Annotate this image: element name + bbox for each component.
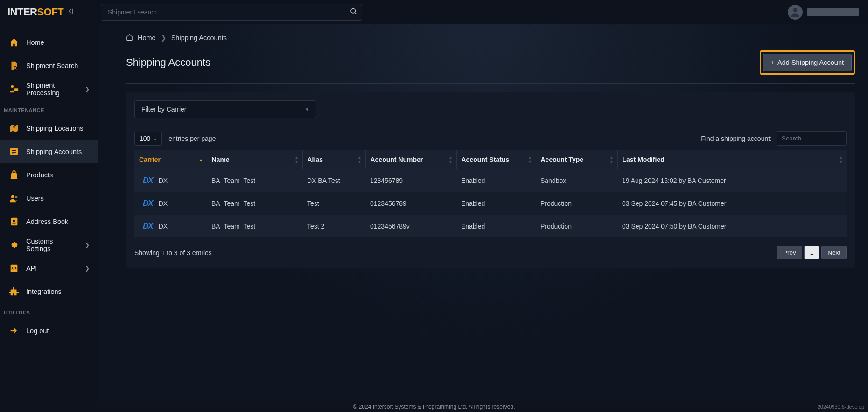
address-book-icon (8, 216, 20, 227)
cell-type: Sandbox (536, 169, 617, 192)
breadcrumb-home[interactable]: Home (138, 34, 156, 42)
col-account-type[interactable]: Account Type ▲▼ (536, 150, 617, 169)
sort-icon: ▲▼ (839, 155, 843, 164)
main-content: Home ❯ Shipping Accounts Shipping Accoun… (98, 24, 868, 401)
nav-shipping-locations[interactable]: Shipping Locations (0, 117, 98, 140)
col-name[interactable]: Name ▲▼ (207, 150, 302, 169)
find-account-input[interactable] (777, 131, 847, 146)
nav-address-book[interactable]: Address Book (0, 210, 98, 233)
page-1-button[interactable]: 1 (804, 246, 820, 259)
code-icon (8, 263, 20, 274)
users-icon (8, 193, 20, 204)
nav-customs-settings[interactable]: Customs Settings ❯ (0, 233, 98, 257)
plus-icon: + (771, 59, 775, 66)
nav-label: Users (26, 195, 44, 202)
cell-status: Enabled (456, 169, 536, 192)
find-label: Find a shipping account: (701, 135, 772, 142)
cell-status: Enabled (456, 192, 536, 215)
svg-point-16 (13, 220, 15, 222)
entries-value: 100 (140, 135, 150, 142)
table-controls: 100 ⌄ entries per page Find a shipping a… (134, 131, 847, 146)
nav-products[interactable]: Products (0, 163, 98, 187)
nav-api[interactable]: API ❯ (0, 257, 98, 280)
nav-shipping-accounts[interactable]: Shipping Accounts (0, 140, 98, 163)
next-page-button[interactable]: Next (821, 246, 847, 259)
nav-home[interactable]: Home (0, 31, 98, 54)
svg-rect-7 (14, 88, 18, 91)
list-icon (8, 146, 20, 157)
svg-point-1 (351, 8, 355, 13)
filter-placeholder: Filter by Carrier (141, 105, 186, 113)
map-pin-icon (8, 123, 20, 134)
breadcrumb-separator-icon: ❯ (161, 34, 167, 42)
document-search-icon (8, 60, 20, 71)
avatar (788, 5, 803, 20)
svg-line-5 (17, 69, 18, 70)
cell-account-number: 0123456789v (365, 215, 456, 238)
cell-name: BA_Team_Test (207, 192, 302, 215)
chevron-down-icon: ▼ (305, 107, 309, 112)
version: 20240930.6-develop (818, 404, 864, 410)
nav-shipment-search[interactable]: Shipment Search (0, 54, 98, 77)
table-row[interactable]: DXDXBA_Team_TestTest 20123456789vEnabled… (134, 215, 847, 238)
carrier-name: DX (159, 177, 168, 184)
home-icon (8, 37, 20, 48)
accounts-table: Carrier ▲ Name ▲▼ Alias ▲▼ Account Num (134, 150, 847, 237)
table-footer: Showing 1 to 3 of 3 entries Prev 1 Next (134, 246, 847, 259)
nav-users[interactable]: Users (0, 187, 98, 210)
chevron-down-icon: ⌄ (153, 136, 157, 141)
nav-label: Shipping Locations (26, 125, 84, 132)
svg-line-2 (355, 12, 357, 14)
svg-point-3 (793, 8, 798, 12)
data-panel: Filter by Carrier ▼ 100 ⌄ entries per pa… (126, 92, 855, 268)
table-row[interactable]: DXDXBA_Team_TestDX BA Test123456789Enabl… (134, 169, 847, 192)
nav-shipment-processing[interactable]: Shipment Processing ❯ (0, 77, 98, 101)
puzzle-icon (8, 286, 20, 297)
cell-account-number: 0123456789 (365, 192, 456, 215)
svg-point-8 (13, 126, 15, 128)
cell-name: BA_Team_Test (207, 215, 302, 238)
cell-modified: 19 Aug 2024 15:02 by BA Customer (617, 169, 847, 192)
username (807, 8, 859, 16)
nav-label: API (26, 265, 37, 272)
svg-point-6 (11, 85, 14, 88)
shipment-search-input[interactable] (101, 4, 362, 21)
logo-area: INTERSOFT (0, 0, 98, 24)
add-shipping-account-button[interactable]: + Add Shipping Account (763, 54, 852, 71)
sort-icon: ▲▼ (295, 155, 299, 164)
cell-type: Production (536, 215, 617, 238)
nav-label: Shipment Search (26, 62, 78, 70)
chevron-right-icon: ❯ (85, 265, 90, 272)
col-account-status[interactable]: Account Status ▲▼ (456, 150, 536, 169)
dx-logo-icon: DX (143, 199, 153, 208)
shipment-search-wrap (101, 4, 362, 21)
nav-label: Address Book (26, 218, 68, 225)
col-account-number[interactable]: Account Number ▲▼ (365, 150, 456, 169)
add-button-highlight: + Add Shipping Account (760, 50, 855, 75)
search-icon[interactable] (350, 7, 357, 16)
filter-by-carrier-select[interactable]: Filter by Carrier ▼ (134, 100, 316, 118)
prev-page-button[interactable]: Prev (777, 246, 802, 259)
col-last-modified[interactable]: Last Modified ▲▼ (617, 150, 847, 169)
pagination: Prev 1 Next (777, 246, 847, 259)
cell-status: Enabled (456, 215, 536, 238)
table-row[interactable]: DXDXBA_Team_TestTest0123456789EnabledPro… (134, 192, 847, 215)
user-menu[interactable] (780, 0, 868, 24)
processing-icon (8, 84, 20, 95)
col-alias[interactable]: Alias ▲▼ (302, 150, 365, 169)
breadcrumb: Home ❯ Shipping Accounts (126, 34, 855, 42)
nav-logout[interactable]: Log out (0, 319, 98, 342)
cell-modified: 03 Sep 2024 07:45 by BA Customer (617, 192, 847, 215)
cell-name: BA_Team_Test (207, 169, 302, 192)
section-maintenance: MAINTENANCE (0, 101, 98, 117)
nav-integrations[interactable]: Integrations (0, 280, 98, 303)
entries-per-page-select[interactable]: 100 ⌄ (134, 132, 162, 146)
brand-logo: INTERSOFT (7, 6, 63, 18)
cell-type: Production (536, 192, 617, 215)
nav-label: Log out (26, 327, 49, 335)
footer: © 2024 Intersoft Systems & Programming L… (0, 401, 868, 412)
nav-label: Home (26, 39, 44, 46)
sidebar-collapse-button[interactable] (67, 7, 75, 17)
cell-account-number: 123456789 (365, 169, 456, 192)
col-carrier[interactable]: Carrier ▲ (134, 150, 207, 169)
